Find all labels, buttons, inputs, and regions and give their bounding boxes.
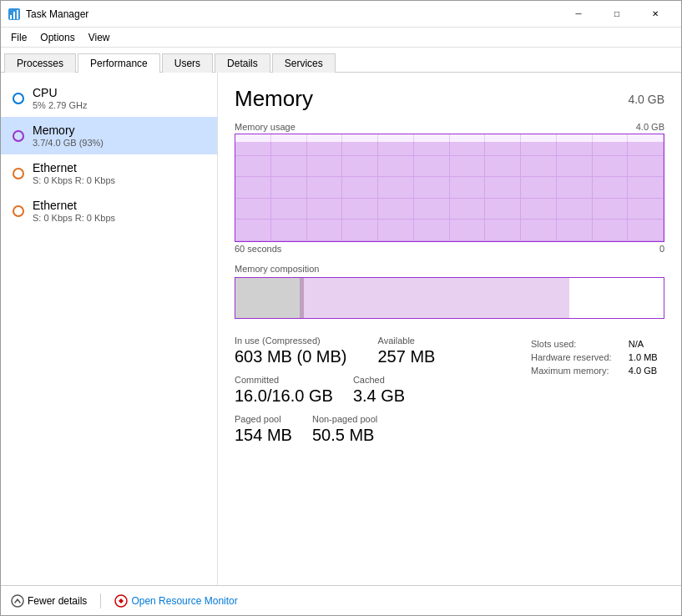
open-resource-monitor-button[interactable]: Open Resource Monitor: [114, 594, 237, 608]
stat-in-use-value: 603 MB (0 MB): [235, 347, 371, 366]
stat-paged-label: Paged pool: [235, 414, 292, 424]
stat-committed-label: Committed: [235, 375, 333, 385]
ethernet2-label: Ethernet: [33, 199, 115, 212]
comp-free: [569, 278, 664, 318]
stats-left: In use (Compressed) 603 MB (0 MB) Availa…: [235, 336, 514, 445]
stat-committed: Committed 16.0/16.0 GB: [235, 375, 333, 406]
task-manager-window: Task Manager ─ □ ✕ File Options View Pro…: [0, 0, 682, 616]
minimize-button[interactable]: ─: [559, 1, 598, 28]
svg-rect-1: [10, 15, 12, 19]
memory-usage-section: Memory usage 4.0 GB: [235, 122, 664, 254]
stats-right: Slots used: N/A Hardware reserved: 1.0 M…: [531, 336, 664, 445]
svg-rect-2: [13, 12, 15, 19]
detail-panel: Memory 4.0 GB Memory usage 4.0 GB: [218, 73, 681, 585]
comp-in-use: [235, 278, 300, 318]
stat-in-use-label: In use (Compressed): [235, 336, 371, 346]
memory-indicator: [13, 130, 24, 142]
ethernet2-info: Ethernet S: 0 Kbps R: 0 Kbps: [33, 199, 115, 223]
sidebar-item-ethernet1[interactable]: Ethernet S: 0 Kbps R: 0 Kbps: [1, 154, 217, 192]
hw-reserved-key: Hardware reserved:: [531, 352, 619, 362]
stat-available: Available 257 MB: [378, 336, 515, 366]
svg-rect-3: [17, 10, 18, 19]
bottom-bar: Fewer details Open Resource Monitor: [1, 585, 681, 615]
detail-title: Memory: [235, 86, 313, 112]
app-icon: [8, 8, 21, 21]
ethernet2-indicator: [13, 205, 24, 217]
memory-fill-bar: [235, 142, 664, 241]
title-bar: Task Manager ─ □ ✕: [1, 1, 681, 28]
stat-available-label: Available: [378, 336, 515, 346]
tab-performance[interactable]: Performance: [78, 53, 160, 73]
stat-available-value: 257 MB: [378, 347, 515, 366]
bottom-divider: [100, 593, 101, 608]
stat-cached-label: Cached: [353, 375, 405, 385]
menu-file[interactable]: File: [4, 30, 33, 45]
chart-max-label: 4.0 GB: [636, 122, 664, 132]
cpu-sub: 5% 2.79 GHz: [33, 100, 87, 110]
ethernet2-sub: S: 0 Kbps R: 0 Kbps: [33, 213, 115, 223]
menu-options[interactable]: Options: [33, 30, 81, 45]
hw-reserved-val: 1.0 MB: [629, 352, 664, 362]
stat-cached-value: 3.4 GB: [353, 386, 405, 406]
slots-used-val: N/A: [629, 339, 664, 349]
resource-monitor-icon: [114, 594, 128, 608]
memory-sub: 3.7/4.0 GB (93%): [33, 138, 104, 148]
ethernet1-sub: S: 0 Kbps R: 0 Kbps: [33, 175, 115, 185]
stat-cached: Cached 3.4 GB: [353, 375, 405, 406]
menu-view[interactable]: View: [82, 30, 117, 45]
fewer-details-label: Fewer details: [28, 595, 87, 607]
cpu-label: CPU: [33, 86, 87, 99]
resource-monitor-label[interactable]: Open Resource Monitor: [131, 595, 237, 607]
main-content: CPU 5% 2.79 GHz Memory 3.7/4.0 GB (93%) …: [1, 73, 681, 585]
stats-grid: In use (Compressed) 603 MB (0 MB) Availa…: [235, 336, 514, 366]
memory-usage-chart: [235, 134, 664, 242]
stats-container: In use (Compressed) 603 MB (0 MB) Availa…: [235, 336, 664, 445]
chart-time-right: 0: [659, 244, 664, 254]
ethernet1-indicator: [13, 168, 24, 179]
composition-label: Memory composition: [235, 264, 664, 274]
committed-cached-row: Committed 16.0/16.0 GB Cached 3.4 GB: [235, 375, 514, 406]
detail-header: Memory 4.0 GB: [235, 86, 664, 112]
memory-info: Memory 3.7/4.0 GB (93%): [33, 124, 104, 148]
pool-row: Paged pool 154 MB Non-paged pool 50.5 MB: [235, 414, 514, 445]
ethernet1-info: Ethernet S: 0 Kbps R: 0 Kbps: [33, 161, 115, 185]
stat-in-use: In use (Compressed) 603 MB (0 MB): [235, 336, 371, 366]
stat-paged-value: 154 MB: [235, 426, 292, 445]
stat-non-paged-value: 50.5 MB: [312, 426, 377, 445]
stat-paged-pool: Paged pool 154 MB: [235, 414, 292, 445]
composition-bar: [235, 277, 664, 319]
stat-committed-value: 16.0/16.0 GB: [235, 386, 333, 406]
chart-time-left: 60 seconds: [235, 244, 281, 254]
cpu-info: CPU 5% 2.79 GHz: [33, 86, 87, 110]
max-memory-key: Maximum memory:: [531, 366, 619, 376]
detail-size: 4.0 GB: [628, 86, 664, 106]
max-memory-val: 4.0 GB: [629, 366, 664, 376]
window-controls: ─ □ ✕: [559, 1, 674, 28]
tab-bar: Processes Performance Users Details Serv…: [1, 48, 681, 73]
comp-standby: [304, 278, 569, 318]
chart-label-row: Memory usage 4.0 GB: [235, 122, 664, 132]
sidebar-item-cpu[interactable]: CPU 5% 2.79 GHz: [1, 79, 217, 117]
tab-processes[interactable]: Processes: [4, 53, 76, 73]
hardware-stats: Slots used: N/A Hardware reserved: 1.0 M…: [531, 339, 664, 376]
memory-label: Memory: [33, 124, 104, 137]
chart-usage-label: Memory usage: [235, 122, 296, 132]
stat-non-paged-pool: Non-paged pool 50.5 MB: [312, 414, 377, 445]
ethernet1-label: Ethernet: [33, 161, 115, 174]
menu-bar: File Options View: [1, 28, 681, 48]
slots-used-key: Slots used:: [531, 339, 619, 349]
sidebar-item-ethernet2[interactable]: Ethernet S: 0 Kbps R: 0 Kbps: [1, 192, 217, 230]
svg-point-4: [12, 595, 23, 607]
tab-details[interactable]: Details: [215, 53, 270, 73]
tab-users[interactable]: Users: [162, 53, 213, 73]
sidebar: CPU 5% 2.79 GHz Memory 3.7/4.0 GB (93%) …: [1, 73, 218, 585]
close-button[interactable]: ✕: [636, 1, 674, 28]
fewer-details-button[interactable]: Fewer details: [11, 594, 87, 608]
window-title: Task Manager: [26, 8, 559, 20]
chevron-up-circle-icon: [11, 594, 24, 608]
cpu-indicator: [13, 93, 24, 104]
sidebar-item-memory[interactable]: Memory 3.7/4.0 GB (93%): [1, 117, 217, 154]
tab-services[interactable]: Services: [272, 53, 336, 73]
maximize-button[interactable]: □: [598, 1, 636, 28]
chart-time-row: 60 seconds 0: [235, 244, 664, 254]
